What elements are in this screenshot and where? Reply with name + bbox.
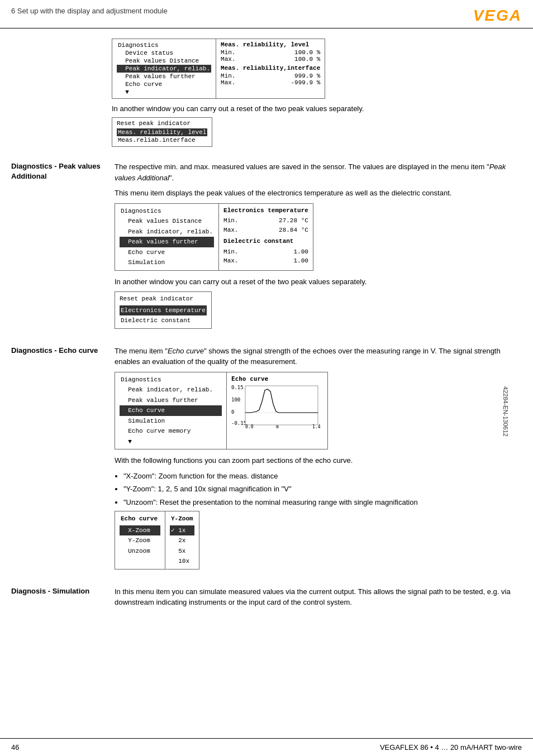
meas-max1-value: 100.0 % <box>294 56 320 63</box>
echo-menu-echo-memory: Echo curve memory <box>120 426 222 437</box>
echo-menu-diagnostics: Diagnostics <box>120 375 222 385</box>
reset-item-2-1: Electronics temperature <box>120 305 207 316</box>
echo-panel-title: Echo curve <box>231 375 323 384</box>
doc-number-container: 42284-EN-130612 <box>522 112 533 711</box>
meas-title-2: Meas. reliability,interface <box>221 65 320 71</box>
elec-min-value: 27.28 °C <box>279 216 308 226</box>
diel-min-label: Min. <box>223 247 238 257</box>
menu-item-diagnostics: Diagnostics <box>117 41 211 49</box>
menu2-peak-further: Peak values further <box>120 237 214 247</box>
section2-text1: The respective min. and max. measured va… <box>115 161 516 183</box>
meas-title-1: Meas. reliability, level <box>221 41 320 48</box>
bullet-xzoom: "X-Zoom": Zoom function for the meas. di… <box>123 471 516 482</box>
echo-menu-echo-curve: Echo curve <box>120 405 222 416</box>
menu-item-echo-curve-1: Echo curve <box>117 80 211 88</box>
diag-menu-1: Diagnostics Device status Peak values Di… <box>112 39 216 98</box>
page: 6 Set up with the display and adjustment… <box>0 0 533 756</box>
zoom-menu-unzoom: Unzoom <box>120 546 160 557</box>
yzoom-title: Y-Zoom <box>170 514 194 524</box>
section2-label: Diagnostics - Peak values Additional <box>11 161 109 334</box>
logo: VEGA <box>473 7 522 25</box>
footer-page: 46 <box>11 743 19 752</box>
echo-menu-arrow: ▼ <box>120 437 222 447</box>
elec-min-label: Min. <box>223 216 238 226</box>
elec-max-label: Max. <box>223 226 238 235</box>
reset-box-1-title: Reset peak indicator <box>117 120 207 127</box>
svg-rect-4 <box>245 386 318 425</box>
section2-body-text2: In another window you can carry out a re… <box>115 276 516 288</box>
section3-text2: With the following functions you can zoo… <box>115 455 516 466</box>
svg-text:1.4: 1.4 <box>312 424 321 429</box>
meas-min2-value: 999.9 % <box>294 73 320 79</box>
svg-text:100: 100 <box>231 397 240 403</box>
meas-row-min2: Min. 999.9 % <box>221 73 320 79</box>
section2-content: The respective min. and max. measured va… <box>115 161 516 334</box>
echo-curve-svg: 0.15 100 0 -0.15 0.0 m <box>231 385 321 429</box>
dielectric-title: Dielectric constant <box>223 237 308 246</box>
menu-item-device-status: Device status <box>117 49 211 57</box>
meas-max2-label: Max. <box>221 79 235 86</box>
diagnostics-mockup-2: Diagnostics Peak values Distance Peak in… <box>115 203 313 271</box>
yzoom-panel: Y-Zoom ✓ 1x 2x 5x 10x <box>165 511 199 569</box>
elec-temp-title: Electronics temperature <box>223 206 308 216</box>
yzoom-5x: 5x <box>170 546 194 557</box>
zoom-bullet-list: "X-Zoom": Zoom function for the meas. di… <box>123 471 516 508</box>
menu-item-arrow: ▼ <box>117 88 211 96</box>
bullet-unzoom: "Unzoom": Reset the presentation to the … <box>123 497 516 508</box>
section4-label: Diagnosis - Simulation <box>11 586 109 613</box>
menu-item-peak-indicator: Peak indicator, reliab. <box>117 65 211 73</box>
diag-menu-2: Diagnostics Peak values Distance Peak in… <box>115 204 219 270</box>
zoom-menu-title: Echo curve <box>120 514 160 524</box>
section3-label: Diagnostics - Echo curve <box>11 346 109 575</box>
svg-text:-0.15: -0.15 <box>231 420 246 426</box>
reset-box-2: Reset peak indicator Electronics tempera… <box>115 291 212 329</box>
menu-item-peak-distance: Peak values Distance <box>117 57 211 65</box>
section1-block: Diagnostics Device status Peak values Di… <box>112 39 516 152</box>
reset-item-1-1: Meas. reliability, level <box>117 128 207 136</box>
dielectric-min: Min. 1.00 <box>223 247 308 257</box>
reset-item-2-2: Dielectric constant <box>120 315 207 326</box>
footer-product: VEGAFLEX 86 • 4 … 20 mA/HART two-wire <box>380 743 522 752</box>
yzoom-mockup: Echo curve X-Zoom Y-Zoom Unzoom Y-Zoom ✓… <box>115 511 199 570</box>
meas-min2-label: Min. <box>221 73 235 79</box>
reset-box-2-title: Reset peak indicator <box>120 294 207 304</box>
yzoom-10x: 10x <box>170 556 194 567</box>
section3: Diagnostics - Echo curve The menu item "… <box>11 346 516 575</box>
menu2-peak-distance: Peak values Distance <box>120 216 214 227</box>
echo-curve-mockup: Diagnostics Peak indicator, reliab. Peak… <box>115 372 328 450</box>
content: Diagnostics Device status Peak values Di… <box>0 34 533 657</box>
svg-text:m: m <box>276 424 279 429</box>
section4-text: In this menu item you can simulate measu… <box>115 586 516 608</box>
diag-panel-2: Electronics temperature Min. 27.28 °C Ma… <box>219 204 313 270</box>
meas-row-max2: Max. -999.9 % <box>221 79 320 86</box>
meas-min1-label: Min. <box>221 49 235 56</box>
meas-panel: Meas. reliability, level Min. 100.0 % Ma… <box>216 39 325 98</box>
meas-max2-value: -999.9 % <box>291 79 320 86</box>
svg-text:0.15: 0.15 <box>231 385 244 390</box>
section4-label-text: Diagnosis - Simulation <box>11 587 89 595</box>
section4: Diagnosis - Simulation In this menu item… <box>11 586 516 613</box>
svg-text:0: 0 <box>231 409 234 415</box>
header: 6 Set up with the display and adjustment… <box>0 0 533 28</box>
menu2-diagnostics: Diagnostics <box>120 206 214 217</box>
section4-content: In this menu item you can simulate measu… <box>115 586 516 613</box>
header-title: 6 Set up with the display and adjustment… <box>11 7 168 15</box>
doc-number: 42284-EN-130612 <box>502 386 509 437</box>
section3-content: The menu item "Echo curve" shows the sig… <box>115 346 516 575</box>
meas-row-min1: Min. 100.0 % <box>221 49 320 56</box>
echo-chart: Echo curve 0.15 100 0 -0.15 <box>227 372 327 449</box>
diagnostics-mockup-1: Diagnostics Device status Peak values Di… <box>112 39 325 99</box>
elec-temp-min: Min. 27.28 °C <box>223 216 308 226</box>
meas-max1-label: Max. <box>221 56 235 63</box>
elec-max-value: 28.84 °C <box>279 226 308 235</box>
meas-min1-value: 100.0 % <box>294 49 320 56</box>
section3-text1: The menu item "Echo curve" shows the sig… <box>115 346 516 367</box>
section3-label-text: Diagnostics - Echo curve <box>11 346 98 355</box>
echo-menu-peak-indicator: Peak indicator, reliab. <box>120 385 222 395</box>
bullet-yzoom: "Y-Zoom": 1, 2, 5 and 10x signal magnifi… <box>123 484 516 495</box>
echo-menu-peak-further: Peak values further <box>120 395 222 406</box>
yzoom-2x: 2x <box>170 535 194 546</box>
footer: 46 VEGAFLEX 86 • 4 … 20 mA/HART two-wire <box>0 738 533 756</box>
yzoom-1x: ✓ 1x <box>170 525 194 536</box>
dielectric-max: Max. 1.00 <box>223 256 308 266</box>
